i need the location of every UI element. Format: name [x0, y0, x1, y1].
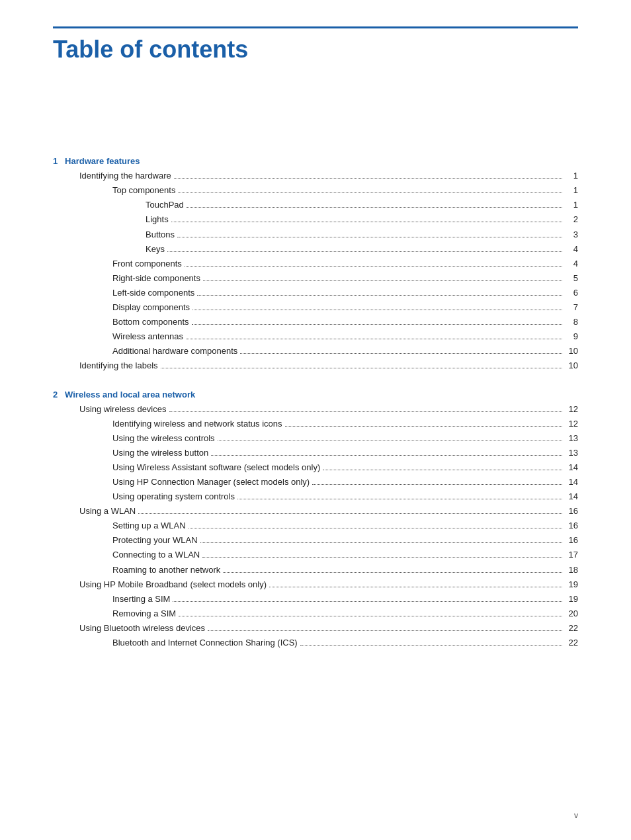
list-item: Left-side components 6 [53, 286, 578, 300]
section2-label: Wireless and local area network [65, 390, 195, 399]
toc-entry-label: Right-side components [53, 271, 200, 286]
toc-entry-label: Connecting to a WLAN [53, 548, 200, 562]
toc-entry-label: Using operating system controls [53, 489, 235, 504]
toc-page-number: 9 [565, 329, 578, 344]
list-item: Right-side components 5 [53, 271, 578, 286]
toc-dots [269, 587, 562, 587]
toc-entry-label: Left-side components [53, 286, 194, 300]
toc-page-number: 19 [565, 592, 578, 607]
toc-dots [161, 368, 562, 368]
toc-page-number: 10 [565, 344, 578, 358]
toc-entry-label: Top components [53, 183, 175, 198]
toc-dots [202, 557, 562, 558]
toc-page-number: 1 [565, 198, 578, 212]
list-item: Bottom components 8 [53, 315, 578, 329]
list-item: Identifying the hardware 1 [53, 169, 578, 183]
toc-dots [174, 178, 562, 179]
toc-page-number: 1 [565, 169, 578, 183]
toc-dots [179, 616, 562, 616]
list-item: Buttons 3 [53, 228, 578, 242]
toc-dots [323, 470, 562, 470]
toc-page-number: 13 [565, 431, 578, 446]
toc-page-number: 10 [565, 358, 578, 373]
toc-page-number: 4 [565, 257, 578, 271]
toc-entry-label: Additional hardware components [53, 344, 237, 358]
toc-page-number: 17 [565, 548, 578, 562]
toc-page-number: 22 [565, 636, 578, 650]
toc-page-number: 5 [565, 271, 578, 286]
toc-page-number: 20 [565, 607, 578, 621]
toc-entry-label: TouchPad [53, 198, 184, 212]
toc-page-number: 8 [565, 315, 578, 329]
toc-page-number: 13 [565, 446, 578, 460]
toc-dots [177, 237, 562, 237]
list-item: Lights 2 [53, 212, 578, 227]
toc-dots [169, 411, 563, 412]
list-item: Wireless antennas 9 [53, 329, 578, 344]
toc-page-number: 16 [565, 519, 578, 533]
toc-entry-label: Inserting a SIM [53, 592, 170, 607]
toc-page-number: 14 [565, 489, 578, 504]
toc-dots [200, 542, 562, 543]
toc-entry-label: Setting up a WLAN [53, 519, 186, 533]
section2-heading: 2 Wireless and local area network [53, 390, 578, 399]
toc-page-number: 14 [565, 460, 578, 475]
toc-dots [211, 455, 562, 456]
toc-dots [173, 601, 562, 602]
list-item: Using Wireless Assistant software (selec… [53, 460, 578, 475]
toc-dots [208, 630, 562, 631]
toc-entry-label: Bottom components [53, 315, 189, 329]
toc-dots [223, 572, 562, 573]
list-item: Additional hardware components 10 [53, 344, 578, 358]
toc-entry-label: Removing a SIM [53, 607, 176, 621]
list-item: Inserting a SIM 19 [53, 592, 578, 607]
list-item: Display components 7 [53, 300, 578, 315]
toc-entry-label: Protecting your WLAN [53, 533, 198, 548]
toc-page-number: 18 [565, 563, 578, 577]
section1-number: 1 [53, 156, 58, 166]
toc-entry-label: Identifying the labels [53, 358, 158, 373]
list-item: Bluetooth and Internet Connection Sharin… [53, 636, 578, 650]
toc-entry-label: Using the wireless button [53, 446, 208, 460]
list-item: Identifying the labels 10 [53, 358, 578, 373]
list-item: Keys 4 [53, 242, 578, 257]
list-item: Using a WLAN 16 [53, 504, 578, 519]
toc-page-number: 3 [565, 228, 578, 242]
list-item: Identifying wireless and network status … [53, 417, 578, 431]
toc-entry-label: Using wireless devices [53, 402, 167, 417]
list-item: Connecting to a WLAN 17 [53, 548, 578, 562]
toc-entry-label: Using HP Mobile Broadband (select models… [53, 577, 267, 592]
toc-dots [237, 499, 562, 499]
toc-dots [192, 310, 562, 310]
section2-number: 2 [53, 390, 58, 399]
toc-dots [185, 266, 562, 267]
toc-content: 1 Hardware features Identifying the hard… [53, 156, 578, 650]
toc-entry-label: Bluetooth and Internet Connection Sharin… [53, 636, 298, 650]
toc-entry-label: Using Bluetooth wireless devices [53, 621, 205, 636]
toc-dots [312, 484, 562, 485]
list-item: Protecting your WLAN 16 [53, 533, 578, 548]
list-item: Setting up a WLAN 16 [53, 519, 578, 533]
toc-entry-label: Identifying the hardware [53, 169, 171, 183]
toc-dots [138, 513, 562, 514]
toc-page-number: 12 [565, 417, 578, 431]
toc-dots [285, 426, 562, 427]
page: Table of contents 1 Hardware features Id… [0, 0, 631, 840]
toc-page-number: 12 [565, 402, 578, 417]
toc-entry-label: Using Wireless Assistant software (selec… [53, 460, 320, 475]
toc-page-number: 2 [565, 212, 578, 227]
list-item: Using Bluetooth wireless devices 22 [53, 621, 578, 636]
toc-page-number: 7 [565, 300, 578, 315]
toc-page-number: 6 [565, 286, 578, 300]
page-title: Table of contents [53, 35, 578, 63]
list-item: Using HP Mobile Broadband (select models… [53, 577, 578, 592]
toc-entry-label: Lights [53, 212, 169, 227]
spacer [53, 70, 578, 136]
section1-label: Hardware features [65, 156, 140, 166]
list-item: Using operating system controls 14 [53, 489, 578, 504]
toc-dots [178, 192, 562, 193]
list-item: Using HP Connection Manager (select mode… [53, 475, 578, 489]
list-item: Removing a SIM 20 [53, 607, 578, 621]
toc-entry-label: Using the wireless controls [53, 431, 215, 446]
toc-page-number: 22 [565, 621, 578, 636]
